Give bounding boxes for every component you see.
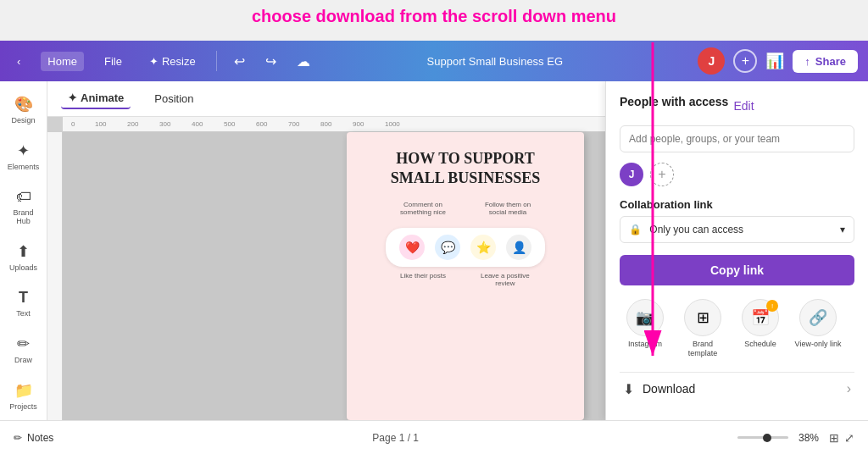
people-access-title: People with access <box>620 95 728 108</box>
copy-link-button[interactable]: Copy link <box>620 255 854 285</box>
draw-icon: ✏ <box>17 335 30 353</box>
schedule-icon: 📅 ! <box>742 299 779 336</box>
star-icon: ⭐ <box>470 235 496 260</box>
animate-tab[interactable]: ✦ Animate <box>61 88 131 109</box>
back-chevron[interactable]: ‹ <box>10 52 27 71</box>
text-icon: T <box>19 289 28 307</box>
ruler-mark: 700 <box>288 120 299 128</box>
uploads-icon: ⬆ <box>17 242 30 261</box>
design-col-2: Follow them on social media <box>482 201 533 216</box>
share-panel: People with access Edit J + Collaboratio… <box>605 81 868 420</box>
share-options: 📷 Instagram ⊞ Brand template 📅 ! Schedul… <box>620 299 854 358</box>
home-nav[interactable]: Home <box>41 52 84 71</box>
icons-strip: ❤️ 💬 ⭐ 👤 <box>386 228 545 267</box>
resize-icon: ✦ <box>149 55 159 68</box>
file-nav[interactable]: File <box>97 52 129 71</box>
main-header: ‹ Home File ✦ Resize ↩ ↪ ☁ Support Small… <box>0 41 868 81</box>
slider-track <box>737 436 788 439</box>
ruler-mark: 0 <box>71 120 75 128</box>
col2-bottom-text: Leave a positive review <box>480 272 531 287</box>
position-tab[interactable]: Position <box>147 89 200 108</box>
access-dropdown[interactable]: 🔒 Only you can access ▾ <box>620 216 854 243</box>
schedule-option[interactable]: 📅 ! Schedule <box>735 299 786 358</box>
ruler-mark: 100 <box>95 120 106 128</box>
design-card: HOW TO SUPPORT SMALL BUSINESSES Comment … <box>347 132 584 420</box>
sidebar-item-projects[interactable]: 📁 Projects <box>3 374 44 418</box>
resize-nav[interactable]: ✦ Resize <box>142 52 203 71</box>
redo-button[interactable]: ↪ <box>262 50 280 73</box>
lock-icon: 🔒 <box>629 224 642 235</box>
brand-template-option[interactable]: ⊞ Brand template <box>677 299 728 358</box>
grid-view-icon[interactable]: ⊞ <box>829 431 839 445</box>
design-col-3: Like their posts <box>400 272 446 287</box>
col1-bottom-text: Like their posts <box>400 272 446 280</box>
edit-link[interactable]: Edit <box>733 99 754 113</box>
elements-icon: ✦ <box>17 141 30 160</box>
analytics-button[interactable]: 📊 <box>765 52 784 70</box>
sidebar-label-elements: Elements <box>8 163 40 171</box>
person-icon: 👤 <box>506 235 531 260</box>
share-icon: ↑ <box>804 55 810 68</box>
ruler-mark: 300 <box>159 120 170 128</box>
download-row[interactable]: ⬇ Download › <box>620 372 854 406</box>
sidebar-label-brandhub: Brand Hub <box>7 208 41 225</box>
header-left: ‹ Home File ✦ Resize ↩ ↪ ☁ <box>10 50 314 73</box>
add-people-button[interactable]: + <box>650 163 674 186</box>
sidebar-item-uploads[interactable]: ⬆ Uploads <box>3 235 44 279</box>
design-col-1: Comment on something nice <box>398 201 448 216</box>
brand-template-label: Brand template <box>677 340 728 358</box>
view-icons: ⊞ ⤢ <box>829 431 854 445</box>
sidebar-item-brandhub[interactable]: 🏷 Brand Hub <box>3 181 44 232</box>
people-row: J + <box>620 163 854 186</box>
sidebar-label-draw: Draw <box>14 356 32 364</box>
chevron-down-icon: ▾ <box>840 224 845 235</box>
design-bottom-row: Like their posts Leave a positive review <box>400 272 531 287</box>
instagram-option[interactable]: 📷 Instagram <box>620 299 670 358</box>
schedule-badge: ! <box>766 300 778 312</box>
notes-label: Notes <box>27 432 53 444</box>
sidebar-item-elements[interactable]: ✦ Elements <box>3 135 44 178</box>
zoom-slider[interactable] <box>737 436 788 439</box>
notes-icon: ✏ <box>14 432 22 444</box>
heart-icon: ❤️ <box>399 235 425 260</box>
divider <box>216 51 217 71</box>
brandhub-icon: 🏷 <box>16 188 31 206</box>
slider-handle[interactable] <box>763 434 771 442</box>
sidebar-item-design[interactable]: 🎨 Design <box>3 88 44 131</box>
zoom-level: 38% <box>798 432 819 444</box>
ruler-mark: 900 <box>353 120 364 128</box>
doc-title: Support Small Business EG <box>314 55 676 68</box>
left-sidebar: 🎨 Design ✦ Elements 🏷 Brand Hub ⬆ Upload… <box>0 81 47 420</box>
share-button[interactable]: ↑ Share <box>793 50 858 73</box>
cloud-button[interactable]: ☁ <box>293 50 314 73</box>
col2-top-text: Follow them on social media <box>482 201 533 216</box>
view-only-link-option[interactable]: 🔗 View-only link <box>793 299 843 358</box>
sidebar-label-uploads: Uploads <box>9 263 37 272</box>
sidebar-item-draw[interactable]: ✏ Draw <box>3 328 44 371</box>
sidebar-item-text[interactable]: T Text <box>3 282 44 324</box>
add-collaborator-button[interactable]: + <box>733 49 757 73</box>
download-label: Download <box>643 382 695 396</box>
ruler-mark: 600 <box>256 120 267 128</box>
ruler-mark: 800 <box>320 120 331 128</box>
ruler-mark: 500 <box>224 120 235 128</box>
design-col-4: Leave a positive review <box>480 272 531 287</box>
chat-icon: 💬 <box>435 235 460 260</box>
ruler-mark: 200 <box>127 120 138 128</box>
download-icon: ⬇ <box>623 381 634 397</box>
page-indicator: Page 1 / 1 <box>53 432 737 444</box>
owner-avatar: J <box>620 163 643 186</box>
schedule-label: Schedule <box>744 340 776 349</box>
chevron-right-icon: › <box>847 381 851 396</box>
view-only-link-icon: 🔗 <box>799 299 837 336</box>
user-avatar[interactable]: J <box>698 47 725 75</box>
collab-section: Collaboration link 🔒 Only you can access… <box>620 198 854 243</box>
people-search-input[interactable] <box>620 125 854 152</box>
notes-button[interactable]: ✏ Notes <box>14 432 53 444</box>
sidebar-label-projects: Projects <box>9 402 37 411</box>
design-top-row: Comment on something nice Follow them on… <box>398 201 533 216</box>
bottom-right: 38% ⊞ ⤢ <box>737 431 854 445</box>
fullscreen-icon[interactable]: ⤢ <box>844 431 854 445</box>
ruler-mark: 400 <box>192 120 203 128</box>
undo-button[interactable]: ↩ <box>231 50 248 73</box>
